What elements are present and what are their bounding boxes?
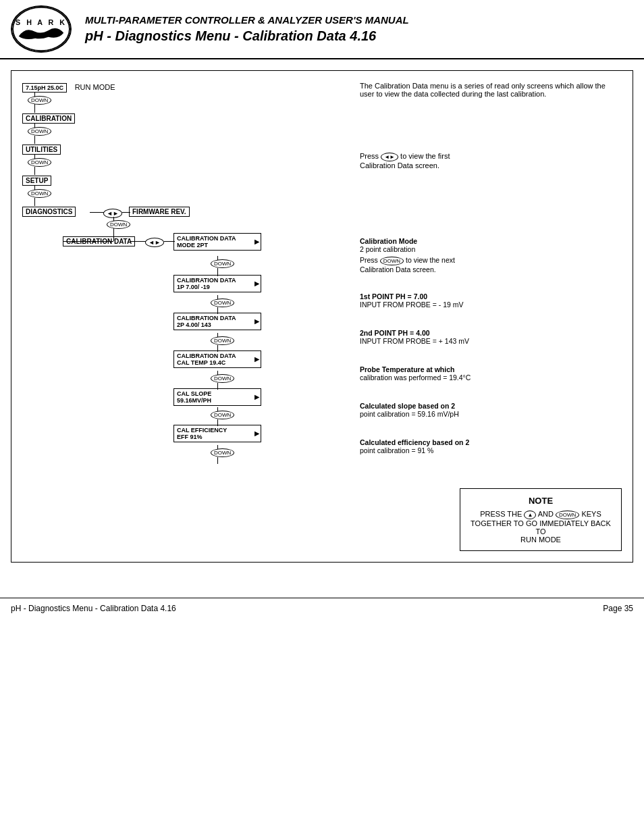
page-footer: pH - Diagnostics Menu - Calibration Data… [0, 598, 644, 619]
down-btn-2: DOWN [28, 125, 51, 136]
s4-body: calibration was performed = 19.4°C [360, 373, 622, 382]
menu-setup: SETUP [22, 175, 51, 186]
down-btn-10: DOWN [211, 409, 234, 419]
up-icon: ▲ [524, 511, 536, 519]
footer-right: Page 35 [603, 604, 633, 613]
v-line-21 [217, 457, 218, 464]
screen-3-desc: 2nd POINT PH = 4.00 INPUT FROM PROBE = +… [360, 329, 622, 345]
press-text2: Calibration Data screen. [360, 161, 439, 170]
main-content: 7.15pH 25.0C RUN MODE DOWN CALIBRATION D… [0, 59, 644, 584]
svg-point-0 [13, 7, 70, 51]
header-text-block: MULTI-PARAMETER CONTROLLER & ANALYZER US… [85, 14, 633, 44]
screen-6: CAL EFFICIENCY EFF 91%▶ [173, 425, 261, 442]
down-btn-11: DOWN [211, 446, 234, 457]
s4-title: Probe Temperature at which [360, 365, 622, 373]
screen-6-desc: Calculated efficiency based on 2 point c… [360, 438, 622, 454]
menu-utilities: UTILITIES [22, 144, 61, 155]
note-container: NOTE PRESS THE ▲ AND DOWN KEYS TOGETHER … [360, 475, 622, 551]
cal-data-label: CALIBRATION DATA [63, 236, 135, 246]
screen-2-desc: 1st POINT PH = 7.00 INPUT FROM PROBE = -… [360, 292, 622, 309]
down-btn-6: DOWN [211, 257, 234, 268]
screen-4: CALIBRATION DATA CAL TEMP 19.4C▶ [173, 350, 261, 368]
screen-3: CALIBRATION DATA 2P 4.00/ 143▶ [173, 313, 261, 330]
screen-1: CALIBRATION DATA MODE 2PT▶ [173, 233, 261, 251]
down-btn-5: DOWN [107, 218, 130, 229]
v-line-8 [34, 198, 35, 206]
diagram-box: 7.15pH 25.0C RUN MODE DOWN CALIBRATION D… [11, 70, 633, 563]
v-line-2 [34, 105, 35, 113]
v-line-6 [34, 167, 35, 175]
down-btn-8: DOWN [211, 334, 234, 345]
calibration-box: CALIBRATION [22, 113, 75, 124]
flowchart-area: 7.15pH 25.0C RUN MODE DOWN CALIBRATION D… [22, 82, 346, 433]
screen-5-desc: Calculated slope based on 2 point calibr… [360, 402, 622, 418]
screen-1-desc: Calibration Mode 2 point calibration Pre… [360, 237, 622, 273]
note-text: PRESS THE ▲ AND DOWN KEYS TOGETHER TO GO… [470, 510, 612, 544]
down-btn-9: DOWN [211, 372, 234, 383]
s1-title: Calibration Mode [360, 237, 622, 245]
lr-icon: ◄► [381, 153, 398, 161]
s2-body: INPUT FROM PROBE = - 19 mV [360, 301, 622, 309]
intro-text: The Calibration Data menu is a series of… [360, 82, 622, 98]
shark-logo: S H A R K [11, 5, 72, 53]
note-title: NOTE [470, 496, 612, 506]
svg-text:S H A R K: S H A R K [16, 18, 67, 26]
page-header: S H A R K MULTI-PARAMETER CONTROLLER & A… [0, 0, 644, 59]
screen-2: CALIBRATION DATA 1P 7.00/ -19▶ [173, 275, 261, 292]
menu-diagnostics: DIAGNOSTICS [22, 206, 76, 217]
lr-btn-2: ◄► [145, 236, 164, 247]
press-text: to view the first [400, 152, 450, 160]
lr-btn-1: ◄► [103, 207, 122, 218]
firmware-box: FIRMWARE REV. [129, 206, 190, 217]
down-btn-7: DOWN [211, 296, 234, 307]
s5-title: Calculated slope based on 2 [360, 402, 622, 410]
s2-title: 1st POINT PH = 7.00 [360, 292, 622, 301]
menu-calibration: CALIBRATION [22, 113, 75, 124]
v-line-4 [34, 136, 35, 144]
screen-4-desc: Probe Temperature at which calibration w… [360, 365, 622, 382]
run-mode-label: RUN MODE [75, 83, 115, 91]
s1-body: 2 point calibration [360, 245, 622, 253]
run-mode-display: 7.15pH 25.0C [22, 83, 67, 93]
s6-body: point calibration = 91 % [360, 446, 622, 454]
press-label: Press [360, 152, 381, 160]
page-title: pH - Diagnostics Menu - Calibration Data… [85, 28, 633, 44]
s1-press: Press DOWN to view the nextCalibration D… [360, 256, 622, 273]
note-box: NOTE PRESS THE ▲ AND DOWN KEYS TOGETHER … [460, 488, 622, 551]
s5-body: point calibration = 59.16 mV/pH [360, 410, 622, 418]
h-line-caldata2 [130, 241, 146, 242]
down-btn-1: DOWN [28, 94, 51, 105]
down-icon: DOWN [556, 511, 579, 519]
down-btn-3: DOWN [28, 156, 51, 167]
footer-left: pH - Diagnostics Menu - Calibration Data… [11, 604, 176, 613]
display-top: 7.15pH 25.0C RUN MODE [22, 82, 115, 93]
description-panel: The Calibration Data menu is a series of… [360, 82, 622, 551]
s6-title: Calculated efficiency based on 2 [360, 438, 622, 446]
screen-5: CAL SLOPE 59.16MV/PH▶ [173, 388, 261, 406]
manual-title: MULTI-PARAMETER CONTROLLER & ANALYZER US… [85, 14, 633, 26]
down-btn-4: DOWN [28, 187, 51, 198]
intro-paragraph: The Calibration Data menu is a series of… [360, 82, 606, 98]
s3-body: INPUT FROM PROBE = + 143 mV [360, 337, 622, 345]
s3-title: 2nd POINT PH = 4.00 [360, 329, 622, 337]
press-lr-desc: Press ◄► to view the first Calibration D… [360, 152, 622, 170]
